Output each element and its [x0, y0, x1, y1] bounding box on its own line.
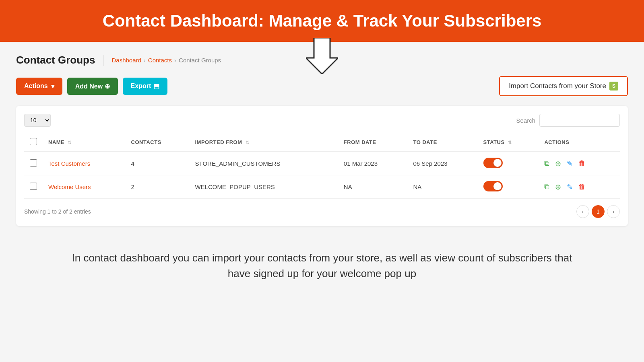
- row1-toggle-thumb: [493, 159, 502, 167]
- row2-toggle-track: [483, 181, 503, 191]
- row2-from-date: NA: [338, 175, 408, 199]
- row1-to-date: 06 Sep 2023: [408, 152, 478, 175]
- search-input[interactable]: [539, 114, 620, 127]
- export-label: Export: [131, 82, 151, 90]
- row1-name[interactable]: Test Customers: [43, 152, 126, 175]
- row2-toggle[interactable]: [483, 181, 503, 191]
- import-label: Import Contacts from your Store: [509, 82, 606, 90]
- row2-checkbox[interactable]: [30, 183, 37, 190]
- description-section: In contact dashboard you can import your…: [0, 238, 644, 298]
- description-text: In contact dashboard you can import your…: [64, 250, 580, 282]
- row1-from-date: 01 Mar 2023: [338, 152, 408, 175]
- col-header-imported-from[interactable]: IMPORTED FROM ⇅: [189, 133, 338, 152]
- row1-select: [24, 152, 43, 175]
- table-controls: 10 25 50 100 Search: [24, 114, 620, 127]
- col-header-name[interactable]: NAME ⇅: [43, 133, 126, 152]
- search-area: Search: [516, 114, 620, 127]
- row2-imported-from: WELCOME_POPUP_USERS: [189, 175, 338, 199]
- row2-add-icon[interactable]: ⊕: [555, 183, 561, 191]
- row2-name[interactable]: Welcome Users: [43, 175, 126, 199]
- export-button[interactable]: Export ⬒: [123, 78, 168, 95]
- row1-toggle-track: [483, 158, 503, 168]
- row2-toggle-thumb: [493, 182, 502, 190]
- actions-button[interactable]: Actions ▾: [16, 78, 62, 95]
- row1-checkbox[interactable]: [30, 159, 37, 167]
- pagination-prev[interactable]: ‹: [576, 205, 589, 218]
- svg-marker-0: [306, 38, 338, 74]
- sort-icon-status: ⇅: [508, 140, 512, 145]
- col-header-contacts: CONTACTS: [126, 133, 190, 152]
- per-page-dropdown[interactable]: 10 25 50 100: [24, 114, 51, 127]
- row1-contacts: 4: [126, 152, 190, 175]
- row2-status: [478, 175, 539, 199]
- breadcrumb-dashboard[interactable]: Dashboard: [111, 57, 141, 64]
- col-header-to-date: TO DATE: [408, 133, 478, 152]
- row1-copy-icon[interactable]: ⧉: [544, 159, 549, 168]
- pagination-page-1[interactable]: 1: [592, 205, 605, 218]
- toolbar: Actions ▾ Add New ⊕ Export ⬒ Import Cont…: [16, 76, 628, 96]
- row1-toggle[interactable]: [483, 158, 503, 168]
- breadcrumb-divider: [103, 55, 103, 66]
- add-new-button[interactable]: Add New ⊕: [67, 78, 118, 95]
- table-card: 10 25 50 100 Search NAME: [16, 106, 628, 226]
- per-page-select: 10 25 50 100: [24, 114, 51, 127]
- page-title: Contact Groups: [16, 54, 95, 66]
- sort-icon-imported: ⇅: [246, 140, 250, 145]
- row1-add-icon[interactable]: ⊕: [555, 159, 561, 168]
- table-header-row: NAME ⇅ CONTACTS IMPORTED FROM ⇅ FROM DAT…: [24, 133, 620, 152]
- export-icon: ⬒: [153, 82, 159, 90]
- col-header-actions: ACTIONS: [539, 133, 620, 152]
- add-new-label: Add New ⊕: [75, 82, 110, 90]
- table-body: Test Customers 4 STORE_ADMIN_CUSTOMERS 0…: [24, 152, 620, 199]
- table-footer: Showing 1 to 2 of 2 entries ‹ 1 ›: [24, 205, 620, 218]
- select-all-header: [24, 133, 43, 152]
- row2-delete-icon[interactable]: 🗑: [578, 183, 586, 191]
- row1-actions: ⧉ ⊕ ✎ 🗑: [539, 152, 620, 175]
- row2-edit-icon[interactable]: ✎: [567, 183, 573, 191]
- table-row: Test Customers 4 STORE_ADMIN_CUSTOMERS 0…: [24, 152, 620, 175]
- row2-actions: ⧉ ⊕ ✎ 🗑: [539, 175, 620, 199]
- sort-icon-name: ⇅: [68, 140, 72, 145]
- row2-select: [24, 175, 43, 199]
- row2-contacts: 2: [126, 175, 190, 199]
- pagination: ‹ 1 ›: [576, 205, 620, 218]
- breadcrumb-contacts[interactable]: Contacts: [148, 57, 172, 64]
- table-header: NAME ⇅ CONTACTS IMPORTED FROM ⇅ FROM DAT…: [24, 133, 620, 152]
- breadcrumb: Dashboard › Contacts › Contact Groups: [111, 57, 221, 64]
- search-label: Search: [516, 117, 535, 124]
- import-contacts-button[interactable]: Import Contacts from your Store S: [499, 76, 628, 96]
- select-all-checkbox[interactable]: [30, 138, 37, 145]
- arrow-down-icon: [306, 38, 338, 74]
- breadcrumb-contact-groups: Contact Groups: [179, 57, 221, 64]
- row1-imported-from: STORE_ADMIN_CUSTOMERS: [189, 152, 338, 175]
- row1-edit-icon[interactable]: ✎: [567, 159, 573, 168]
- row2-action-icons: ⧉ ⊕ ✎ 🗑: [544, 183, 614, 191]
- header-title: Contact Dashboard: Manage & Track Your S…: [0, 11, 644, 31]
- row1-action-icons: ⧉ ⊕ ✎ 🗑: [544, 159, 614, 168]
- actions-chevron-icon: ▾: [51, 82, 54, 90]
- row2-copy-icon[interactable]: ⧉: [544, 183, 549, 191]
- table-row: Welcome Users 2 WELCOME_POPUP_USERS NA N…: [24, 175, 620, 199]
- shopify-icon: S: [609, 82, 618, 90]
- col-header-from-date: FROM DATE: [338, 133, 408, 152]
- row1-delete-icon[interactable]: 🗑: [578, 159, 586, 168]
- actions-label: Actions: [24, 82, 48, 90]
- header-banner: Contact Dashboard: Manage & Track Your S…: [0, 0, 644, 42]
- contacts-table: NAME ⇅ CONTACTS IMPORTED FROM ⇅ FROM DAT…: [24, 133, 620, 199]
- pagination-next[interactable]: ›: [607, 205, 620, 218]
- col-header-status[interactable]: STATUS ⇅: [478, 133, 539, 152]
- row2-to-date: NA: [408, 175, 478, 199]
- showing-text: Showing 1 to 2 of 2 entries: [24, 208, 91, 215]
- row1-status: [478, 152, 539, 175]
